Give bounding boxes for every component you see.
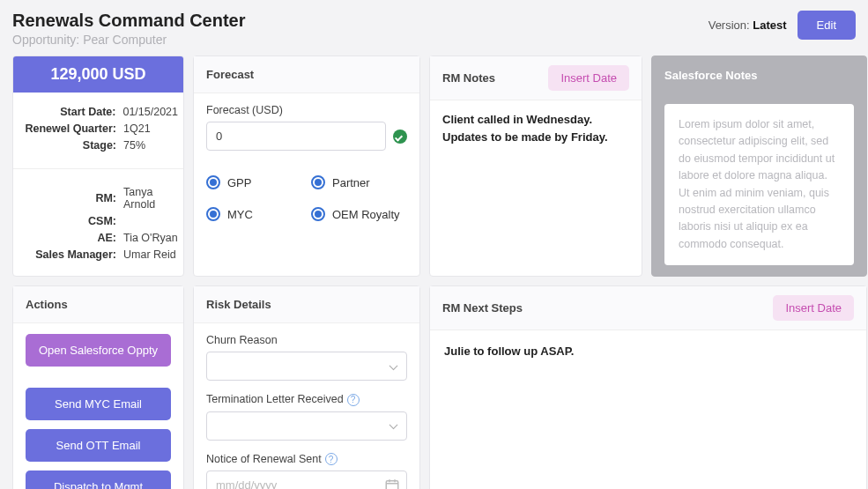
salesforce-notes-title: Salesforce Notes bbox=[664, 69, 758, 82]
rm-value: Tanya Arnold bbox=[123, 186, 178, 211]
help-icon[interactable]: ? bbox=[347, 394, 360, 406]
termination-letter-select[interactable] bbox=[206, 411, 407, 441]
send-ott-email-button[interactable]: Send OTT Email bbox=[26, 429, 171, 462]
calendar-icon[interactable] bbox=[384, 478, 400, 489]
insert-date-button[interactable]: Insert Date bbox=[773, 295, 854, 321]
radio-myc[interactable]: MYC bbox=[206, 207, 302, 221]
open-salesforce-button[interactable]: Open Salesforce Oppty bbox=[26, 334, 171, 367]
version-label: Version: Latest bbox=[708, 19, 787, 32]
rm-next-steps-card: RM Next Steps Insert Date Julie to follo… bbox=[429, 285, 867, 489]
ae-label: AE: bbox=[24, 232, 116, 244]
radio-partner[interactable]: Partner bbox=[311, 175, 407, 189]
ae-value: Tia O'Ryan bbox=[123, 232, 178, 244]
help-icon[interactable]: ? bbox=[325, 453, 338, 465]
notice-renewal-label: Notice of Renewal Sent? bbox=[206, 453, 407, 466]
termination-letter-label: Termination Letter Received? bbox=[206, 393, 407, 406]
rm-next-steps-title: RM Next Steps bbox=[442, 301, 523, 315]
sales-manager-label: Sales Manager: bbox=[24, 248, 116, 261]
insert-date-button[interactable]: Insert Date bbox=[548, 65, 629, 91]
edit-button[interactable]: Edit bbox=[798, 11, 856, 40]
actions-title: Actions bbox=[13, 286, 183, 323]
forecast-title: Forecast bbox=[194, 56, 419, 93]
churn-reason-select[interactable] bbox=[206, 352, 407, 381]
renewal-quarter-value: 1Q21 bbox=[123, 122, 178, 135]
renewal-quarter-label: Renewel Quarter: bbox=[24, 122, 116, 135]
notice-renewal-date-input[interactable] bbox=[206, 470, 407, 489]
radio-gpp[interactable]: GPP bbox=[206, 175, 302, 189]
rm-notes-title: RM Notes bbox=[442, 71, 495, 85]
start-date-value: 01/15/2021 bbox=[122, 106, 178, 118]
churn-reason-label: Churn Reason bbox=[206, 334, 407, 346]
actions-card: Actions Open Salesforce Oppty Send MYC E… bbox=[12, 285, 184, 489]
forecast-input[interactable] bbox=[206, 122, 386, 151]
rm-notes-card: RM Notes Insert Date Client called in We… bbox=[429, 56, 642, 277]
radio-dot-icon bbox=[311, 207, 325, 221]
dispatch-to-mgmt-button[interactable]: Dispatch to Mgmt bbox=[26, 470, 171, 489]
send-myc-email-button[interactable]: Send MYC Email bbox=[26, 388, 171, 420]
page-title: Renewals Command Center bbox=[12, 11, 246, 31]
start-date-label: Start Date: bbox=[23, 106, 115, 118]
radio-oem-royalty[interactable]: OEM Royalty bbox=[311, 207, 407, 221]
risk-details-card: Risk Details Churn Reason Termination Le… bbox=[193, 285, 420, 489]
radio-dot-icon bbox=[206, 207, 220, 221]
rm-label: RM: bbox=[24, 192, 116, 204]
radio-dot-icon bbox=[206, 175, 220, 189]
csm-label: CSM: bbox=[24, 215, 116, 227]
summary-card: 129,000 USD Start Date:01/15/2021 Renewe… bbox=[12, 56, 184, 277]
rm-next-steps-text[interactable]: Julie to follow up ASAP. bbox=[444, 343, 852, 360]
risk-details-title: Risk Details bbox=[194, 286, 419, 323]
salesforce-notes-card: Salesforce Notes Lorem ipsum dolor sit a… bbox=[651, 56, 867, 277]
forecast-input-label: Forecast (USD) bbox=[206, 104, 407, 116]
amount-value: 129,000 USD bbox=[13, 56, 183, 93]
sales-manager-value: Umar Reid bbox=[123, 248, 178, 261]
check-icon bbox=[393, 130, 407, 144]
salesforce-notes-text: Lorem ipsum dolor sit amet, consectetur … bbox=[664, 104, 854, 265]
forecast-card: Forecast Forecast (USD) GPP Partner MYC … bbox=[193, 56, 420, 277]
radio-dot-icon bbox=[311, 175, 325, 189]
stage-value: 75% bbox=[123, 139, 178, 152]
rm-notes-text[interactable]: Client called in Wednesday. Updates to b… bbox=[442, 111, 629, 145]
opportunity-subtitle: Opportunity: Pear Computer bbox=[12, 33, 246, 47]
svg-rect-0 bbox=[386, 481, 398, 489]
stage-label: Stage: bbox=[24, 139, 116, 152]
